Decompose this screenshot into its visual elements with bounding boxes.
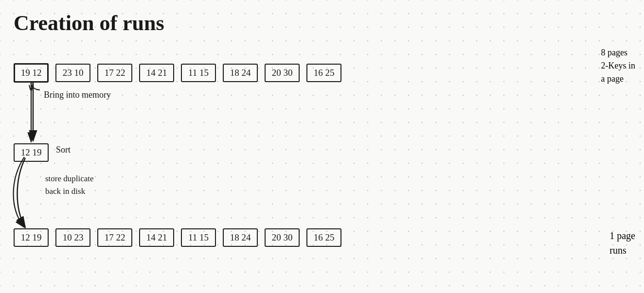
- row1-box-7: 16 25: [306, 64, 341, 82]
- row2-boxes: 12 19: [14, 143, 49, 162]
- row1-boxes: 19 1223 1017 2214 2111 1518 2420 3016 25: [14, 63, 341, 83]
- row1-box-3: 14 21: [139, 64, 174, 82]
- bring-into-memory-label: Bring into memory: [44, 90, 111, 100]
- row1-box-0: 19 12: [14, 63, 49, 83]
- bottom-label-line1: 1 page: [609, 228, 635, 243]
- page-title: Creation of runs: [14, 11, 164, 35]
- row1-box-4: 11 15: [181, 64, 216, 82]
- row3-box-1: 10 23: [55, 228, 90, 247]
- store-text-line2: back in disk: [45, 185, 94, 198]
- row1-box-6: 20 30: [265, 64, 300, 82]
- arrows-svg: [0, 0, 644, 293]
- arrows-overlay: [0, 0, 644, 293]
- row3-box-6: 20 30: [265, 228, 300, 247]
- row3-box-4: 11 15: [181, 228, 216, 247]
- store-text-line1: store duplicate: [45, 172, 94, 185]
- side-label-line1: 8 pages: [601, 46, 636, 59]
- row3-box-7: 16 25: [306, 228, 341, 247]
- row2-box-0: 12 19: [14, 143, 49, 162]
- row3-box-2: 17 22: [97, 228, 132, 247]
- sort-label: Sort: [56, 145, 71, 155]
- side-label-line2: 2-Keys in: [601, 59, 636, 72]
- row3-box-3: 14 21: [139, 228, 174, 247]
- row3-box-5: 18 24: [223, 228, 258, 247]
- row3-boxes: 12 1910 2317 2214 2111 1518 2420 3016 25: [14, 228, 341, 247]
- row1-box-1: 23 10: [55, 64, 90, 82]
- row1-box-2: 17 22: [97, 64, 132, 82]
- row1-box-5: 18 24: [223, 64, 258, 82]
- bottom-label-line2: runs: [609, 243, 635, 258]
- store-text: store duplicate back in disk: [45, 172, 94, 197]
- row3-box-0: 12 19: [14, 228, 49, 247]
- bottom-labels: 1 page runs: [609, 228, 635, 258]
- side-label-line3: a page: [601, 72, 636, 86]
- side-labels: 8 pages 2-Keys in a page: [601, 46, 636, 86]
